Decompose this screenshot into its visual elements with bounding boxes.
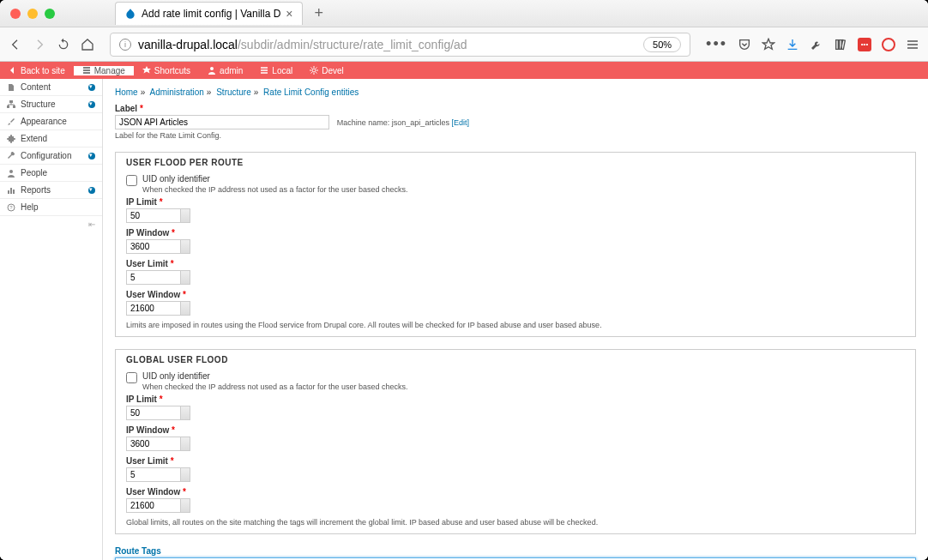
- page-actions-icon[interactable]: •••: [706, 35, 727, 53]
- browser-navbar: i vanilla-drupal.local/subdir/admin/stru…: [0, 27, 928, 62]
- sidebar-item-people[interactable]: People: [0, 165, 102, 182]
- nav-home-icon[interactable]: [81, 38, 94, 51]
- global-ip-limit-label: IP Limit *: [126, 394, 905, 404]
- gear-icon: [310, 66, 318, 75]
- route-tags-label: Route Tags: [115, 546, 916, 556]
- user-flood-legend: USER FLOOD PER ROUTE: [126, 158, 905, 167]
- window-minimize[interactable]: [27, 9, 38, 19]
- global-ip-window-input[interactable]: [126, 437, 190, 451]
- devtools-icon[interactable]: [810, 38, 823, 51]
- global-flood-fieldset: GLOBAL USER FLOOD UID only identifier Wh…: [115, 349, 916, 534]
- chevron-down-icon: [88, 84, 95, 91]
- zoom-level[interactable]: 50%: [643, 37, 681, 52]
- global-flood-help: Global limits, all routes on the site ma…: [126, 518, 905, 527]
- sidebar-item-content[interactable]: Content: [0, 79, 102, 96]
- nav-forward-icon[interactable]: [33, 38, 46, 51]
- label-field-label: Label *: [115, 104, 916, 113]
- breadcrumb-entities[interactable]: Rate Limit Config entities: [263, 87, 359, 97]
- window-zoom[interactable]: [45, 9, 55, 19]
- svg-rect-4: [13, 105, 15, 108]
- svg-rect-3: [7, 105, 9, 108]
- bookmark-star-icon[interactable]: [762, 38, 775, 51]
- sidebar-item-configuration[interactable]: Configuration: [0, 148, 102, 165]
- breadcrumb: Home» Administration» Structure» Rate Li…: [115, 87, 916, 97]
- tab-close-icon[interactable]: ×: [286, 7, 292, 21]
- chevron-down-icon: [88, 153, 95, 160]
- user-flood-help: Limits are imposed in routes using the F…: [126, 321, 905, 329]
- svg-rect-2: [9, 100, 13, 103]
- library-icon[interactable]: [834, 38, 847, 51]
- breadcrumb-admin[interactable]: Administration: [149, 87, 203, 97]
- menu-icon[interactable]: [906, 38, 919, 51]
- label-input[interactable]: [115, 115, 329, 129]
- global-ip-window-label: IP Window *: [126, 425, 905, 435]
- sidebar-item-structure[interactable]: Structure: [0, 96, 102, 113]
- global-uid-only-help: When checked the IP address not used as …: [142, 382, 408, 391]
- new-tab-button[interactable]: +: [315, 4, 324, 22]
- pocket-icon[interactable]: [738, 38, 751, 51]
- svg-point-0: [210, 67, 214, 70]
- drupal-favicon: [124, 8, 136, 20]
- url-bar[interactable]: i vanilla-drupal.local/subdir/admin/stru…: [110, 33, 690, 57]
- svg-rect-7: [10, 188, 12, 194]
- breadcrumb-home[interactable]: Home: [115, 87, 138, 97]
- downloads-icon[interactable]: [786, 38, 799, 51]
- list-icon: [260, 66, 268, 75]
- sidebar-item-extend[interactable]: Extend: [0, 130, 102, 148]
- machine-name-text: Machine name: json_api_articles [Edit]: [337, 118, 469, 127]
- admin-toolbar: Back to site Manage Shortcuts admin Loca…: [0, 62, 928, 79]
- chevron-down-icon: [88, 101, 95, 108]
- machine-name-edit[interactable]: [Edit]: [451, 118, 469, 127]
- uid-only-label: UID only identifier: [142, 174, 408, 184]
- sidebar-item-appearance[interactable]: Appearance: [0, 113, 102, 130]
- toolbar-local[interactable]: Local: [251, 66, 301, 75]
- ip-limit-input[interactable]: [126, 208, 190, 223]
- nav-reload-icon[interactable]: [57, 38, 70, 51]
- toolbar-manage[interactable]: Manage: [74, 66, 134, 75]
- toolbar-shortcuts[interactable]: Shortcuts: [134, 66, 199, 75]
- brush-icon: [7, 117, 15, 126]
- hamburger-icon: [82, 66, 91, 75]
- opera-icon[interactable]: [882, 38, 895, 51]
- tab-title: Add rate limit config | Vanilla D: [142, 8, 280, 20]
- global-flood-legend: GLOBAL USER FLOOD: [126, 355, 905, 364]
- url-text: vanilla-drupal.local/subdir/admin/struct…: [138, 38, 467, 51]
- ip-window-label: IP Window *: [126, 228, 905, 238]
- user-icon: [208, 66, 216, 75]
- toolbar-devel[interactable]: Devel: [301, 66, 353, 75]
- chart-icon: [7, 186, 15, 195]
- toolbar-back-to-site[interactable]: Back to site: [0, 66, 74, 75]
- svg-text:?: ?: [9, 205, 13, 210]
- user-limit-input[interactable]: [126, 270, 190, 285]
- file-icon: [7, 83, 15, 92]
- svg-point-1: [312, 69, 316, 72]
- global-user-window-input[interactable]: [126, 498, 190, 513]
- browser-tab[interactable]: Add rate limit config | Vanilla D ×: [115, 2, 303, 25]
- sidebar-item-help[interactable]: ?Help: [0, 199, 102, 216]
- sidebar-item-reports[interactable]: Reports: [0, 182, 102, 199]
- window-close[interactable]: [10, 9, 21, 19]
- nav-back-icon[interactable]: [9, 38, 22, 51]
- chevron-down-icon: [88, 187, 95, 194]
- ip-limit-label: IP Limit *: [126, 197, 905, 207]
- global-ip-limit-input[interactable]: [126, 406, 190, 420]
- svg-point-5: [9, 170, 13, 173]
- toolbar-admin-user[interactable]: admin: [199, 66, 251, 75]
- ip-window-input[interactable]: [126, 239, 190, 254]
- window-titlebar: Add rate limit config | Vanilla D × +: [0, 0, 928, 27]
- star-icon: [142, 66, 151, 75]
- sidebar-collapse[interactable]: ⇤: [0, 216, 102, 232]
- breadcrumb-structure[interactable]: Structure: [216, 87, 251, 97]
- site-info-icon[interactable]: i: [119, 39, 131, 51]
- global-user-limit-input[interactable]: [126, 467, 190, 482]
- help-icon: ?: [7, 203, 15, 212]
- extension-badge-icon[interactable]: •••: [858, 38, 871, 51]
- global-user-window-label: User Window *: [126, 487, 905, 497]
- user-window-input[interactable]: [126, 301, 190, 316]
- global-user-limit-label: User Limit *: [126, 456, 905, 466]
- svg-rect-6: [8, 190, 9, 194]
- uid-only-checkbox[interactable]: [126, 175, 137, 186]
- user-flood-fieldset: USER FLOOD PER ROUTE UID only identifier…: [115, 152, 916, 337]
- global-uid-only-checkbox[interactable]: [126, 372, 137, 383]
- uid-only-help: When checked the IP address not used as …: [142, 185, 408, 194]
